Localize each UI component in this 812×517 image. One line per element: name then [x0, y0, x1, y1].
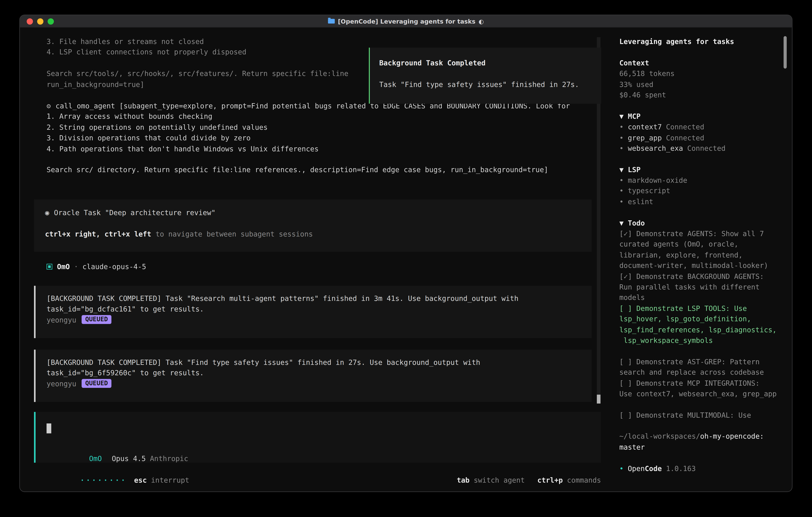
terminal-line: 4. LSP client connections not properly d… [47, 47, 348, 57]
todo-item-done: [✓] Demonstrate BACKGROUND AGENTS: Run p… [619, 271, 784, 303]
todo-line: search and replace across codebase [619, 367, 784, 378]
context-tokens: 66,518 tokens [619, 68, 784, 79]
mcp-item: •context7Connected [619, 121, 784, 132]
mcp-item-status: Connected [666, 123, 704, 131]
mcp-item-status: Connected [687, 144, 726, 152]
todo-line: [ ] Demonstrate MULTIMODAL: Use [619, 410, 784, 420]
main-scrollbar-thumb[interactable] [597, 394, 601, 404]
commands-key-label: commands [567, 476, 601, 484]
todo-line: [✓] Demonstrate AGENTS: Show all 7 [619, 228, 784, 239]
context-heading: Context [619, 57, 784, 68]
bullet-icon: • [619, 197, 624, 206]
oracle-task-text: Oracle Task "Deep architecture review" [54, 208, 215, 217]
lsp-heading: ▼ LSP [619, 164, 784, 175]
terminal-line: 2. String operations on potentially unde… [47, 122, 570, 132]
bullet-icon: • [619, 176, 624, 184]
input-agent-name: OmO [89, 455, 102, 463]
todo-line: document-writer, multimodal-looker) [619, 260, 784, 271]
message-line: task_id="bg_6f59260c" to get results. [47, 368, 591, 378]
oracle-task-panel: ◉Oracle Task "Deep architecture review" … [34, 199, 591, 252]
todo-line: librarian, explore, frontend, [619, 249, 784, 260]
gear-icon: ⚙ [47, 102, 51, 110]
todo-line: [✓] Demonstrate BACKGROUND AGENTS: [619, 271, 784, 281]
minimize-button[interactable] [37, 19, 44, 25]
fisheye-icon: ◉ [45, 208, 49, 217]
background-task-toast: Background Task Completed Task "Find typ… [369, 48, 601, 104]
terminal-line: run_in_background=true] [47, 79, 348, 89]
message-line: [BACKGROUND TASK COMPLETED] Task "Find t… [47, 357, 591, 368]
terminal-line: 1. Array access without bounds checking [47, 111, 570, 122]
todo-line: lsp_workspace_symbols [619, 335, 784, 346]
agent-model: claude-opus-4-5 [82, 262, 146, 271]
sidebar-scrollbar-thumb[interactable] [784, 36, 787, 69]
bullet-icon: • [619, 144, 624, 152]
status-badge: QUEUED [82, 379, 112, 388]
todo-line: [ ] Demonstrate AST-GREP: Pattern [619, 356, 784, 367]
todo-item-pending: [ ] Demonstrate MCP INTEGRATIONS: Use co… [619, 378, 784, 399]
workspace-branch: master [619, 442, 784, 452]
mcp-item-name: grep_app [628, 133, 662, 141]
esc-key-hint: esc [134, 476, 147, 484]
model-indicator: OmOOpus 4.5Anthropic [47, 443, 188, 454]
context-spent: $0.46 spent [619, 89, 784, 100]
input-provider-name: Anthropic [150, 455, 188, 463]
agent-header: OmO · claude-opus-4-5 [47, 261, 146, 272]
todo-line: [ ] Demonstrate MCP INTEGRATIONS: [619, 378, 784, 388]
zoom-button[interactable] [48, 19, 54, 25]
workspace-repo: oh-my-opencode: [700, 432, 764, 440]
transcript-intro: 3. File handles or streams not closed 4.… [47, 36, 348, 89]
todo-item-done: [✓] Demonstrate AGENTS: Show all 7 curat… [619, 228, 784, 271]
lsp-item: •markdown-oxide [619, 175, 784, 186]
lsp-item-name: eslint [628, 197, 654, 206]
mcp-item-status: Connected [666, 133, 704, 141]
lsp-item: •typescript [619, 186, 784, 196]
hint-keys: ctrl+x right, ctrl+x left [45, 230, 151, 238]
terminal-line: Search src/ directory. Return specific f… [47, 165, 570, 175]
tool-call-block: ⚙call_omo_agent [subagent_type=explore, … [47, 101, 570, 175]
message-meta: yeongyu QUEUED [47, 315, 591, 325]
traffic-lights [27, 19, 54, 25]
status-left: ········escinterrupt [37, 464, 189, 475]
bullet-icon: • [619, 123, 624, 131]
terminal-line: 4. Path operations that don't handle Win… [47, 143, 570, 154]
spinner-icon: ········ [80, 476, 127, 484]
bullet-icon: • [619, 464, 624, 472]
todo-line: lsp_hover, lsp_goto_definition, [619, 314, 784, 324]
hint-text: to navigate between subagent sessions [151, 230, 313, 238]
status-bar: ········escinterrupt tabswitch agentctrl… [37, 464, 601, 475]
window-title: [OpenCode] Leveraging agents for tasks ◐ [20, 18, 792, 25]
lsp-item: •eslint [619, 196, 784, 207]
folder-icon [328, 19, 335, 24]
prompt-input[interactable]: OmOOpus 4.5Anthropic [34, 412, 601, 463]
message-line: task_id="bg_dcfac161" to get results. [47, 304, 591, 314]
terminal-line: 3. Division operations that could divide… [47, 133, 570, 143]
terminal-line [47, 154, 570, 165]
workspace-path-prefix: ~/local-workspaces/ [619, 432, 700, 440]
todo-item-active: [ ] Demonstrate LSP TOOLS: Use lsp_hover… [619, 303, 784, 346]
terminal-line: Search src/tools/, src/hooks/, src/featu… [47, 68, 348, 79]
opencode-window: [OpenCode] Leveraging agents for tasks ◐… [19, 15, 792, 492]
titlebar: [OpenCode] Leveraging agents for tasks ◐ [20, 15, 792, 28]
app-version-line: •OpenCode1.0.163 [619, 463, 784, 473]
message-line: [BACKGROUND TASK COMPLETED] Task "Resear… [47, 293, 591, 304]
sidebar: Leveraging agents for tasks Context 66,5… [611, 28, 792, 492]
separator-dot: · [74, 262, 78, 271]
todo-item-pending: [ ] Demonstrate MULTIMODAL: Use [619, 410, 784, 420]
todo-line: lsp_find_references, lsp_diagnostics, [619, 324, 784, 335]
message-meta: yeongyu QUEUED [47, 378, 591, 389]
toast-title: Background Task Completed [379, 58, 601, 68]
context-used: 33% used [619, 79, 784, 89]
todo-heading: ▼ Todo [619, 218, 784, 228]
lsp-item-name: markdown-oxide [628, 176, 687, 184]
mcp-item: •grep_appConnected [619, 132, 784, 143]
bullet-icon: • [619, 187, 624, 195]
todo-line: [ ] Demonstrate LSP TOOLS: Use [619, 303, 784, 314]
bullet-icon: • [619, 133, 624, 141]
mcp-heading: ▼ MCP [619, 111, 784, 121]
close-button[interactable] [27, 19, 33, 25]
toast-body: Task "Find type safety issues" finished … [379, 79, 601, 89]
esc-key-label: interrupt [151, 476, 190, 484]
workspace-path: ~/local-workspaces/oh-my-opencode: [619, 431, 784, 442]
commands-key-hint: ctrl+p [537, 476, 563, 484]
status-badge: QUEUED [82, 315, 112, 324]
